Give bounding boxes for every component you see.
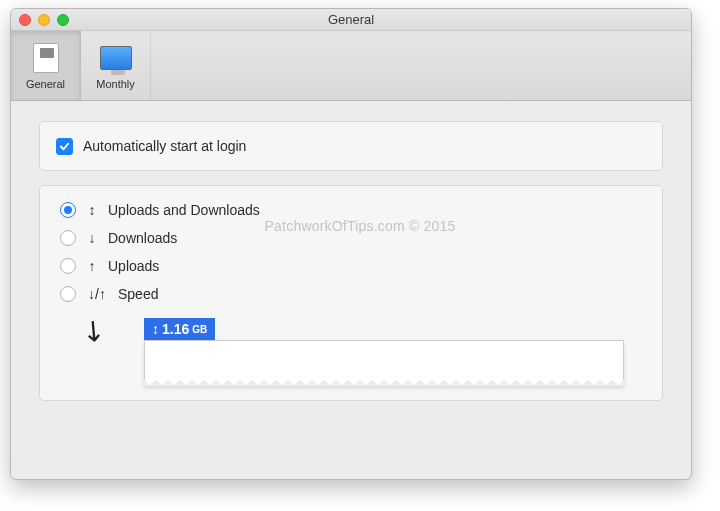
preview-value: 1.16 <box>162 321 189 337</box>
radio-option-updown[interactable]: ↕ Uploads and Downloads <box>60 200 646 220</box>
display-mode-panel: ↕ Uploads and Downloads ↓ Downloads ↑ Up… <box>39 185 663 401</box>
updown-icon: ↕ <box>152 321 159 337</box>
preferences-window: General General Monthly Automatically st… <box>10 8 692 480</box>
radio-label: Speed <box>118 286 158 302</box>
tab-general[interactable]: General <box>11 31 81 100</box>
radio-indicator <box>60 258 76 274</box>
close-icon[interactable] <box>19 14 31 26</box>
menubar-chip: ↕ 1.16GB <box>144 318 215 340</box>
pointer-arrow-icon: ↘ <box>74 310 113 350</box>
autostart-checkbox[interactable] <box>56 138 73 155</box>
radio-indicator <box>60 286 76 302</box>
content-area: Automatically start at login ↕ Uploads a… <box>11 101 691 435</box>
radio-option-uploads[interactable]: ↑ Uploads <box>60 256 646 276</box>
radio-indicator <box>60 202 76 218</box>
radio-label: Uploads <box>108 258 159 274</box>
radio-option-speed[interactable]: ↓/↑ Speed <box>60 284 646 304</box>
radio-indicator <box>60 230 76 246</box>
menubar-preview: ↘ ↕ 1.16GB <box>84 318 646 386</box>
zoom-icon[interactable] <box>57 14 69 26</box>
toolbar: General Monthly <box>11 31 691 101</box>
updown-icon: ↕ <box>86 202 98 218</box>
autostart-panel: Automatically start at login <box>39 121 663 171</box>
switch-icon <box>30 42 62 74</box>
window-controls <box>19 14 69 26</box>
tab-label: Monthly <box>96 78 135 90</box>
monitor-icon <box>100 42 132 74</box>
tab-label: General <box>26 78 65 90</box>
preview-unit: GB <box>192 324 207 335</box>
minimize-icon[interactable] <box>38 14 50 26</box>
speed-icon: ↓/↑ <box>86 286 108 302</box>
up-icon: ↑ <box>86 258 98 274</box>
titlebar: General <box>11 9 691 31</box>
tab-monthly[interactable]: Monthly <box>81 31 151 100</box>
down-icon: ↓ <box>86 230 98 246</box>
radio-option-downloads[interactable]: ↓ Downloads <box>60 228 646 248</box>
radio-label: Uploads and Downloads <box>108 202 260 218</box>
autostart-label: Automatically start at login <box>83 138 246 154</box>
menubar-strip <box>144 340 624 386</box>
radio-label: Downloads <box>108 230 177 246</box>
window-title: General <box>328 12 374 27</box>
